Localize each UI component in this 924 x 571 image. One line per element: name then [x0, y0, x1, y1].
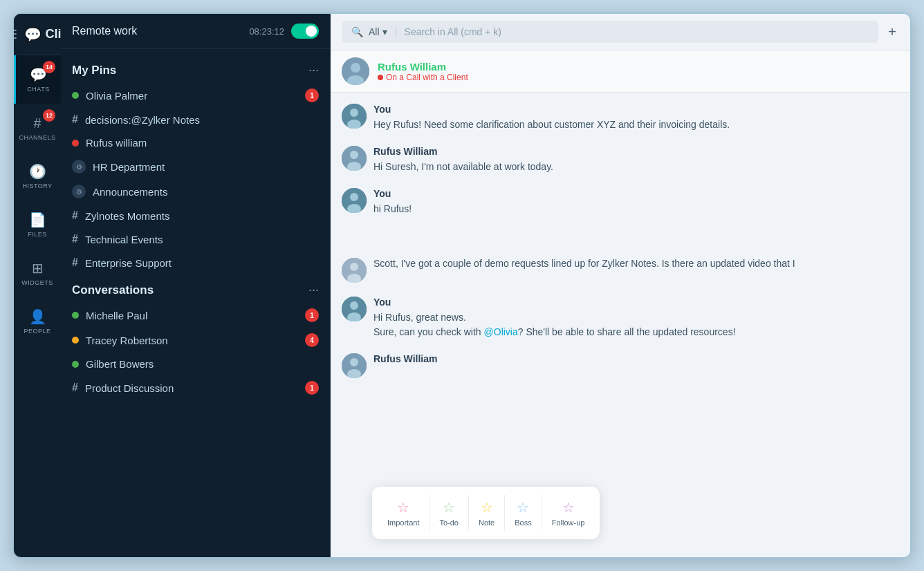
contact-header: Rufus William On a Call with a Client [331, 50, 910, 93]
contact-info: Rufus William On a Call with a Client [378, 61, 899, 82]
reaction-todo[interactable]: ☆ To-do [429, 495, 469, 531]
message-content: Rufus William Hi Suresh, I'm not availab… [373, 146, 899, 174]
pin-rufus-william[interactable]: Rufus william [61, 131, 330, 154]
svg-point-19 [350, 358, 358, 366]
nav-chats[interactable]: 14 💬 CHATS [14, 55, 61, 104]
nav-channels[interactable]: 12 # CHANNELS [14, 104, 61, 152]
icon-bar: ☰ 💬 Cliq 14 💬 CHATS 12 # CHANNELS 🕐 HIST… [14, 14, 61, 557]
hash-icon: # [72, 209, 78, 222]
conv-michelle-paul[interactable]: Michelle Paul 1 [61, 303, 330, 328]
todo-label: To-do [439, 518, 459, 527]
message-text: Scott, I've got a couple of demo request… [373, 258, 858, 269]
chats-label: CHATS [27, 86, 49, 93]
svg-point-7 [350, 151, 358, 159]
status-toggle[interactable] [291, 24, 319, 39]
status-dot-green [72, 312, 79, 319]
widgets-icon: ⊞ [32, 260, 44, 277]
message-group: You Hey Rufus! Need some clarification a… [342, 104, 899, 132]
status-dot-green [72, 92, 79, 99]
nav-files[interactable]: 📄 FILES [14, 200, 61, 249]
my-pins-title: My Pins [72, 64, 116, 77]
conv-gilbert-bowers[interactable]: Gilbert Bowers [61, 353, 330, 375]
hash-icon: # [72, 256, 78, 269]
circle-icon: ⚙ [72, 160, 86, 174]
nav-widgets[interactable]: ⊞ WIDGETS [14, 249, 61, 297]
contact-status: On a Call with a Client [378, 73, 899, 82]
search-filter-dropdown[interactable]: All ▾ [369, 26, 387, 37]
search-bar[interactable]: 🔍 All ▾ Search in All (cmd + k) [342, 21, 878, 43]
hash-icon: # [72, 113, 78, 126]
pin-name: Technical Events [85, 234, 319, 245]
message-avatar [342, 353, 367, 378]
reaction-followup[interactable]: ☆ Follow-up [542, 495, 595, 531]
toggle-knob [306, 26, 317, 37]
pin-zylnotes-moments[interactable]: # Zylnotes Moments [61, 204, 330, 227]
status-red-dot [378, 75, 383, 80]
message-content: You hi Rufus! [373, 188, 899, 216]
message-avatar [342, 146, 367, 171]
message-content: Rufus William [373, 353, 899, 378]
conversations-more-button[interactable]: ··· [308, 283, 319, 297]
my-pins-more-button[interactable]: ··· [308, 63, 319, 77]
chevron-down-icon: ▾ [382, 26, 387, 37]
pin-name: Olivia Palmer [86, 90, 305, 102]
sidebar-content: My Pins ··· Olivia Palmer 1 # decisions:… [61, 49, 330, 557]
widgets-label: WIDGETS [21, 279, 53, 286]
message-group: Rufus William Hi Suresh, I'm not availab… [342, 146, 899, 174]
reaction-important[interactable]: ☆ Important [378, 495, 429, 531]
pin-badge: 1 [305, 88, 319, 102]
svg-point-16 [350, 301, 358, 310]
chat-area: 🔍 All ▾ Search in All (cmd + k) + R [331, 14, 910, 557]
message-group: You Hi Rufus, great news. Sure, can you … [342, 297, 899, 339]
pin-technical-events[interactable]: # Technical Events [61, 227, 330, 251]
chats-badge: 14 [43, 61, 55, 73]
files-icon: 📄 [29, 212, 46, 228]
sidebar: Remote work 08:23:12 My Pins ··· Olivia … [61, 14, 331, 557]
message-content: Scott, I've got a couple of demo request… [373, 258, 899, 283]
conv-name: Gilbert Bowers [86, 358, 319, 370]
svg-point-13 [350, 263, 358, 271]
hash-icon: # [72, 233, 78, 245]
conv-tracey-robertson[interactable]: Tracey Robertson 4 [61, 328, 330, 353]
search-input[interactable]: Search in All (cmd + k) [405, 26, 869, 37]
svg-point-10 [350, 193, 358, 201]
mention-olivia[interactable]: @Olivia [484, 326, 518, 337]
app-logo: ☰ 💬 Cliq [14, 14, 61, 55]
pin-hr-department[interactable]: ⚙ HR Department [61, 154, 330, 179]
filter-label: All [369, 26, 380, 37]
message-sender: You [373, 188, 899, 199]
status-dot-yellow [72, 337, 79, 344]
chat-header: 🔍 All ▾ Search in All (cmd + k) + [331, 14, 910, 50]
message-content: You Hi Rufus, great news. Sure, can you … [373, 297, 899, 339]
messages-area[interactable]: You Hey Rufus! Need some clarification a… [331, 93, 910, 557]
pin-decisions[interactable]: # decisions:@Zylker Notes [61, 108, 330, 131]
message-avatar [342, 104, 367, 129]
pin-olivia-palmer[interactable]: Olivia Palmer 1 [61, 83, 330, 108]
message-avatar [342, 188, 367, 213]
message-content: You Hey Rufus! Need some clarification a… [373, 104, 899, 132]
boss-star-icon: ☆ [517, 499, 529, 516]
channels-label: CHANNELS [19, 134, 55, 141]
nav-history[interactable]: 🕐 HISTORY [14, 152, 61, 200]
pin-enterprise-support[interactable]: # Enterprise Support [61, 251, 330, 274]
reaction-popup: ☆ Important ☆ To-do ☆ Note ☆ Boss ☆ Fo [372, 487, 600, 539]
note-label: Note [479, 518, 495, 527]
message-sender: You [373, 297, 899, 308]
conversations-section-header: Conversations ··· [61, 274, 330, 303]
hamburger-icon[interactable]: ☰ [12, 27, 17, 42]
channels-icon: # [33, 115, 41, 131]
reaction-boss[interactable]: ☆ Boss [505, 495, 542, 531]
header-right: 08:23:12 [249, 24, 319, 39]
new-chat-button[interactable]: + [885, 21, 899, 43]
conv-badge: 4 [305, 333, 319, 347]
conv-product-discussion[interactable]: # Product Discussion 1 [61, 375, 330, 400]
channels-badge: 12 [43, 109, 55, 122]
pin-announcements[interactable]: ⚙ Announcements [61, 179, 330, 204]
boss-label: Boss [515, 518, 531, 527]
conv-name: Michelle Paul [86, 310, 305, 321]
reaction-note[interactable]: ☆ Note [469, 495, 505, 531]
history-icon: 🕐 [29, 163, 46, 180]
nav-people[interactable]: 👤 PEOPLE [14, 297, 61, 346]
conv-name: Tracey Robertson [86, 335, 305, 346]
pin-name: Zylnotes Moments [85, 210, 319, 222]
